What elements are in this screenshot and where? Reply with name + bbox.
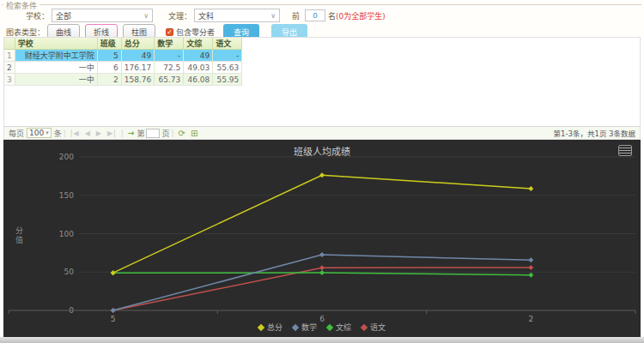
first-page-icon[interactable]: |◀ (70, 129, 80, 137)
column-header[interactable]: 语文 (213, 38, 242, 50)
cell: 49.03 (184, 62, 213, 74)
per-page-suffix: 条 (54, 128, 62, 139)
svg-text:200: 200 (59, 153, 74, 161)
column-header[interactable]: 班级 (97, 38, 121, 50)
per-page-label: 每页 (9, 128, 24, 139)
table-row[interactable]: 3一中2158.7665.7346.0855.95 (4, 74, 242, 86)
legend-item-总分[interactable]: 总分 (258, 322, 283, 333)
goto-page-input[interactable] (146, 129, 160, 138)
per-page-value: 100 (29, 129, 44, 137)
arts-label: 文理： (168, 10, 191, 21)
legend-item-文综[interactable]: 文综 (327, 322, 351, 333)
column-header[interactable]: 学校 (15, 38, 97, 50)
svg-text:50: 50 (64, 268, 75, 276)
chevron-down-icon: ▾ (46, 129, 49, 136)
last-page-icon[interactable]: ▶| (107, 129, 117, 137)
record-count-info: 第1-3条，共1页 3条数据 (554, 128, 635, 138)
next-page-icon[interactable]: ▶ (96, 129, 102, 137)
cell: 72.5 (155, 62, 184, 74)
row-number: 3 (4, 74, 15, 86)
include-zero-label: 包含零分者 (176, 27, 215, 38)
column-header[interactable]: 总分 (121, 38, 155, 50)
fieldset-legend: 检索条件 (3, 0, 39, 11)
cell: 55.63 (213, 62, 242, 74)
cell: 49 (184, 50, 213, 62)
table-row[interactable]: 1财经大学附中工学院549-49- (4, 50, 242, 62)
class-average-chart[interactable]: 班级人均成绩 分值 050100150200562 总分数学文综语文 (3, 140, 641, 337)
cell: 158.76 (121, 74, 155, 86)
top-n-hint: (0为全部学生) (336, 10, 386, 21)
legend-marker-icon (292, 323, 299, 330)
cell: 一中 (15, 62, 97, 74)
cell: 财经大学附中工学院 (15, 50, 97, 62)
legend-marker-icon (361, 323, 368, 330)
window-bottom-edge (0, 337, 644, 343)
cell: 5 (97, 50, 121, 62)
goto-label: 第 (137, 128, 144, 139)
legend-item-语文[interactable]: 语文 (361, 322, 386, 333)
legend-item-数学[interactable]: 数学 (293, 322, 317, 333)
cell: 55.95 (213, 74, 242, 86)
per-page-select[interactable]: 100 ▾ (27, 128, 52, 138)
svg-text:100: 100 (59, 230, 74, 238)
chevron-down-icon: ∨ (143, 12, 149, 20)
column-header[interactable]: 文综 (184, 38, 213, 50)
row-number: 1 (4, 50, 15, 62)
cell: - (213, 50, 242, 62)
cell: 一中 (15, 74, 97, 86)
arts-select[interactable]: 文科 ∨ (194, 9, 280, 22)
goto-suffix: 页 (161, 128, 169, 139)
cell: 2 (97, 74, 121, 86)
legend-marker-icon (258, 323, 264, 330)
include-zero-checkbox[interactable]: ✓ (166, 28, 173, 36)
top-n-input[interactable] (305, 9, 325, 21)
pager-bar: 每页 100 ▾ 条 | |◀ ◀ ▶ ▶| | → 第 页 | ⟳ ⊞ 第1-… (4, 126, 640, 139)
cell: 49 (121, 50, 155, 62)
line-chart-canvas[interactable]: 050100150200562 (3, 140, 641, 337)
cell: 46.08 (184, 74, 213, 86)
top-n-suffix: 名 (328, 10, 336, 21)
chart-type-label: 图表类型： (6, 27, 45, 38)
cell: - (155, 50, 184, 62)
arts-select-value: 文科 (198, 10, 214, 21)
filter-row-1: 学校： 全部 ∨ 文理： 文科 ∨ 前 名 (0为全部学生) (0, 9, 644, 22)
legend-marker-icon (326, 323, 333, 330)
chevron-down-icon: ∨ (270, 12, 276, 20)
chart-legend: 总分数学文综语文 (3, 322, 641, 333)
goto-page-icon[interactable]: → (128, 129, 135, 137)
column-header[interactable]: 数学 (155, 38, 184, 50)
prev-page-icon[interactable]: ◀ (85, 129, 91, 137)
table-header-row: 学校班级总分数学文综语文 (4, 38, 242, 50)
grid-body: 1财经大学附中工学院549-49-2一中6176.1772.549.0355.6… (4, 50, 242, 86)
cell: 176.17 (121, 62, 155, 74)
school-label: 学校： (26, 10, 49, 21)
cell: 65.73 (155, 74, 184, 86)
school-select-value: 全部 (56, 10, 71, 21)
top-n-label: 前 (292, 10, 300, 21)
cell: 6 (97, 62, 121, 74)
row-number: 2 (4, 62, 15, 74)
fieldset-border (2, 4, 641, 5)
refresh-icon[interactable]: ⟳ (178, 129, 185, 138)
search-conditions-panel: 检索条件 学校： 全部 ∨ 文理： 文科 ∨ 前 名 (0为全部学生) 图表类型… (0, 0, 644, 37)
fullscreen-icon[interactable]: ⊞ (191, 129, 197, 138)
svg-text:150: 150 (59, 191, 74, 200)
school-select[interactable]: 全部 ∨ (52, 9, 153, 22)
results-table: 学校班级总分数学文综语文 1财经大学附中工学院549-49-2一中6176.17… (4, 38, 242, 86)
table-row[interactable]: 2一中6176.1772.549.0355.63 (4, 62, 242, 74)
results-grid: 学校班级总分数学文综语文 1财经大学附中工学院549-49-2一中6176.17… (3, 37, 641, 140)
